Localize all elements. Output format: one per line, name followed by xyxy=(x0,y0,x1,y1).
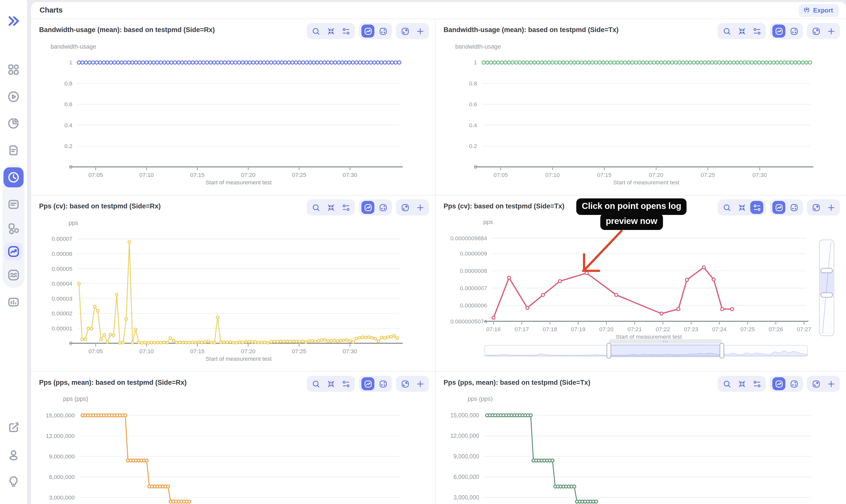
toolbar-filters-button[interactable]: .f{fill:#5a6ee0;stroke:none;} xyxy=(750,377,763,390)
toolbar-line-chart-button[interactable]: .f{fill:#ffffff;stroke:none;} xyxy=(772,377,786,390)
toolbar-resize-button[interactable]: .f{fill:#5a6ee0;stroke:none;} xyxy=(399,377,411,390)
svg-text:07:25: 07:25 xyxy=(740,326,755,332)
svg-text:6,000,000: 6,000,000 xyxy=(454,474,479,480)
data-points[interactable] xyxy=(77,61,401,64)
chart-toolbar: .f{fill:#5a6ee0;stroke:none;}.f{fill:#5a… xyxy=(307,199,429,215)
sidebar-item-pie-chart[interactable]: .f{fill:#98a2b3;stroke:none;} xyxy=(3,113,23,133)
toolbar-line-chart-button[interactable]: .f{fill:#ffffff;stroke:none;} xyxy=(362,377,374,390)
toolbar-line-chart-button[interactable]: .f{fill:#ffffff;stroke:none;} xyxy=(362,24,374,38)
toolbar-search-button[interactable]: .f{fill:#5a6ee0;stroke:none;} xyxy=(309,201,322,214)
toolbar-resize-button[interactable]: .f{fill:#5a6ee0;stroke:none;} xyxy=(399,24,411,38)
y-zoom-slider[interactable] xyxy=(819,240,834,336)
toolbar-compress-button[interactable]: .f{fill:#5a6ee0;stroke:none;} xyxy=(324,377,337,390)
toolbar-scatter-button[interactable]: .f{fill:#5a6ee0;stroke:none;} xyxy=(787,377,800,390)
toolbar-scatter-button[interactable]: .f{fill:#5a6ee0;stroke:none;} xyxy=(376,24,389,38)
sidebar-item-edit[interactable]: .f{fill:#98a2b3;stroke:none;} xyxy=(3,417,23,437)
sidebar-item-document[interactable]: .f{fill:#98a2b3;stroke:none;} xyxy=(3,140,23,160)
slider-handle-bottom[interactable] xyxy=(821,293,832,298)
toolbar-filters-button[interactable]: .f{fill:#5a6ee0;stroke:none;} xyxy=(339,201,352,214)
sidebar-item-lightbulb[interactable]: .f{fill:#98a2b3;stroke:none;} xyxy=(3,471,23,491)
compress-icon: .f{fill:#5a6ee0;stroke:none;} xyxy=(738,27,746,35)
toolbar-add-button[interactable]: .f{fill:#5a6ee0;stroke:none;} xyxy=(825,377,838,390)
toolbar-filters-button[interactable]: .f{fill:#5a6ee0;stroke:none;} xyxy=(750,24,763,38)
toolbar-resize-button[interactable]: .f{fill:#5a6ee0;stroke:none;} xyxy=(399,201,411,214)
svg-text:0.00007: 0.00007 xyxy=(52,235,72,242)
toolbar-scatter-button[interactable]: .f{fill:#5a6ee0;stroke:none;} xyxy=(787,24,800,38)
toolbar-add-button[interactable]: .f{fill:#5a6ee0;stroke:none;} xyxy=(825,201,838,214)
svg-text:0.00003: 0.00003 xyxy=(52,295,72,302)
search-icon: .f{fill:#5a6ee0;stroke:none;} xyxy=(312,27,320,35)
toolbar-line-chart-button[interactable]: .f{fill:#ffffff;stroke:none;} xyxy=(772,201,786,214)
sidebar: .f{fill:#5a6ee8;stroke:none;}.f{fill:#98… xyxy=(0,0,27,504)
toolbar-line-chart-button[interactable]: .f{fill:#ffffff;stroke:none;} xyxy=(772,24,786,38)
svg-text:0.0000005074: 0.0000005074 xyxy=(450,318,487,325)
sidebar-item-bar-chart[interactable]: .f{fill:#98a2b3;stroke:none;} xyxy=(3,292,23,312)
sidebar-item-waves[interactable]: .f{fill:#98a2b3;stroke:none;} xyxy=(3,265,23,285)
search-icon: .f{fill:#5a6ee0;stroke:none;} xyxy=(722,27,731,35)
toolbar-filters-button[interactable]: .f{fill:#ffffff;stroke:none;} xyxy=(750,201,763,214)
toolbar-add-button[interactable]: .f{fill:#5a6ee0;stroke:none;} xyxy=(413,377,426,390)
toolbar-line-chart-button[interactable]: .f{fill:#ffffff;stroke:none;} xyxy=(362,201,374,214)
sidebar-item-play-circle[interactable]: .f{fill:#98a2b3;stroke:none;} xyxy=(3,87,23,107)
svg-text:pps: pps xyxy=(69,219,78,226)
export-button-label: Export xyxy=(813,7,833,14)
sidebar-item-components[interactable]: .f{fill:#98a2b3;stroke:none;} xyxy=(3,218,23,238)
toolbar-resize-button[interactable]: .f{fill:#5a6ee0;stroke:none;} xyxy=(809,377,823,390)
toolbar-search-button[interactable]: .f{fill:#5a6ee0;stroke:none;} xyxy=(720,24,733,38)
toolbar-compress-button[interactable]: .f{fill:#5a6ee0;stroke:none;} xyxy=(324,201,337,214)
document-icon: .f{fill:#98a2b3;stroke:none;} xyxy=(7,144,20,157)
svg-text:9,000,000: 9,000,000 xyxy=(49,453,75,460)
sidebar-item-trend[interactable]: .f{fill:#4b5ce5;stroke:none;} xyxy=(4,242,22,260)
svg-text:0.6: 0.6 xyxy=(469,101,477,107)
toolbar-search-button[interactable]: .f{fill:#5a6ee0;stroke:none;} xyxy=(720,377,733,390)
chart-canvas[interactable]: pps00.000010.000020.000030.000040.000050… xyxy=(31,195,435,371)
toolbar-compress-button[interactable]: .f{fill:#5a6ee0;stroke:none;} xyxy=(735,377,748,390)
svg-text:6,000,000: 6,000,000 xyxy=(49,474,75,480)
toolbar-group: .f{fill:#5a6ee0;stroke:none;}.f{fill:#5a… xyxy=(307,376,355,392)
data-points[interactable] xyxy=(482,61,811,64)
svg-text:15,000,000: 15,000,000 xyxy=(46,412,75,418)
line-chart-icon: .f{fill:#ffffff;stroke:none;} xyxy=(364,203,372,212)
toolbar-add-button[interactable]: .f{fill:#5a6ee0;stroke:none;} xyxy=(413,201,426,214)
toolbar-resize-button[interactable]: .f{fill:#5a6ee0;stroke:none;} xyxy=(809,24,823,38)
toolbar-filters-button[interactable]: .f{fill:#5a6ee0;stroke:none;} xyxy=(339,24,352,38)
sidebar-item-grid[interactable]: .f{fill:#98a2b3;stroke:none;} xyxy=(3,60,23,80)
double-chevron-right-icon: .f{fill:#5a6ee8;stroke:none;} xyxy=(7,15,20,28)
toolbar-compress-button[interactable]: .f{fill:#5a6ee0;stroke:none;} xyxy=(324,24,337,38)
svg-text:0.00001: 0.00001 xyxy=(52,325,72,332)
svg-text:07:10: 07:10 xyxy=(545,172,560,178)
sidebar-item-clock[interactable]: .f{fill:#ffffff;stroke:none;} xyxy=(3,167,23,187)
slider-handle-top[interactable] xyxy=(821,268,832,273)
toolbar-scatter-button[interactable]: .f{fill:#5a6ee0;stroke:none;} xyxy=(376,201,389,214)
toolbar-add-button[interactable]: .f{fill:#5a6ee0;stroke:none;} xyxy=(825,24,838,38)
brush-handle-right[interactable] xyxy=(720,343,724,358)
toolbar-filters-button[interactable]: .f{fill:#5a6ee0;stroke:none;} xyxy=(339,377,352,390)
add-icon: .f{fill:#5a6ee0;stroke:none;} xyxy=(416,203,424,212)
toolbar-compress-button[interactable]: .f{fill:#5a6ee0;stroke:none;} xyxy=(735,201,748,214)
toolbar-search-button[interactable]: .f{fill:#5a6ee0;stroke:none;} xyxy=(720,201,733,214)
data-points[interactable] xyxy=(81,414,191,503)
filters-icon: .f{fill:#ffffff;stroke:none;} xyxy=(753,203,761,212)
toolbar-search-button[interactable]: .f{fill:#5a6ee0;stroke:none;} xyxy=(309,24,322,38)
compress-icon: .f{fill:#5a6ee0;stroke:none;} xyxy=(327,27,335,35)
filters-icon: .f{fill:#5a6ee0;stroke:none;} xyxy=(341,379,350,388)
export-button[interactable]: .f{fill:#5a6ee0;stroke:none;} Export xyxy=(799,4,839,17)
x-zoom-brush[interactable] xyxy=(484,339,807,358)
chart-panel-title: Pps (cv): based on testpmd (Side=Rx) xyxy=(39,202,161,210)
chart-canvas[interactable]: bandwidth-usage00.20.40.60.8107:0507:100… xyxy=(436,19,846,195)
toolbar-add-button[interactable]: .f{fill:#5a6ee0;stroke:none;} xyxy=(413,24,426,38)
sidebar-item-notes[interactable]: .f{fill:#98a2b3;stroke:none;} xyxy=(3,194,23,214)
toolbar-scatter-button[interactable]: .f{fill:#5a6ee0;stroke:none;} xyxy=(376,377,389,390)
toolbar-resize-button[interactable]: .f{fill:#5a6ee0;stroke:none;} xyxy=(809,201,823,214)
toolbar-search-button[interactable]: .f{fill:#5a6ee0;stroke:none;} xyxy=(309,377,322,390)
toolbar-scatter-button[interactable]: .f{fill:#5a6ee0;stroke:none;} xyxy=(787,201,800,214)
brush-handle-left[interactable] xyxy=(607,343,611,358)
data-points[interactable] xyxy=(486,414,598,503)
toolbar-compress-button[interactable]: .f{fill:#5a6ee0;stroke:none;} xyxy=(735,24,748,38)
scatter-icon: .f{fill:#5a6ee0;stroke:none;} xyxy=(378,27,387,35)
chart-toolbar: .f{fill:#5a6ee0;stroke:none;}.f{fill:#5a… xyxy=(718,23,840,39)
sidebar-expand-button[interactable]: .f{fill:#5a6ee8;stroke:none;} xyxy=(3,11,23,31)
sidebar-item-user[interactable]: .f{fill:#98a2b3;stroke:none;} xyxy=(3,445,23,465)
chart-canvas[interactable]: bandwidth-usage00.20.40.60.8107:0507:100… xyxy=(31,19,435,195)
svg-text:pps: pps xyxy=(483,218,493,225)
